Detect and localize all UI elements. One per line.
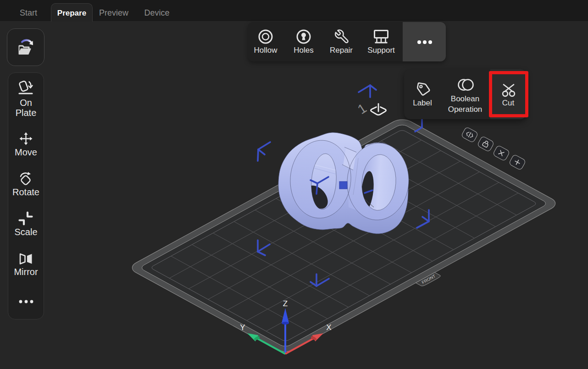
svg-text:Y: Y <box>240 323 245 332</box>
svg-text:X: X <box>326 323 331 332</box>
svg-text:Z: Z <box>283 299 288 308</box>
